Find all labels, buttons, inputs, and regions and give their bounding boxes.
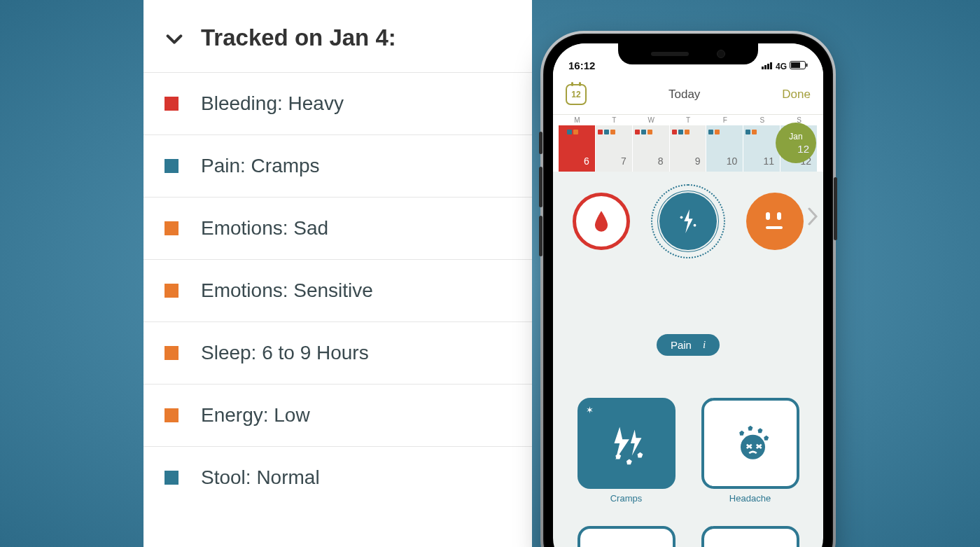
svg-rect-2 (767, 64, 769, 69)
phone-screen: 16:12 4G 12 Today Done MTWTFSS 678910111… (553, 43, 823, 547)
svg-rect-5 (791, 62, 800, 68)
tracked-row-label: Emotions: Sad (201, 217, 328, 240)
day-number: 9 (670, 155, 704, 169)
tracked-row[interactable]: Stool: Normal (144, 446, 532, 508)
tracked-header-title: Tracked on Jan 4: (201, 25, 396, 51)
calendar-day-cell[interactable]: 6 (559, 125, 596, 172)
tracked-row[interactable]: Energy: Low (144, 384, 532, 446)
category-bleeding[interactable] (573, 193, 630, 250)
svg-rect-6 (806, 64, 808, 67)
category-pill[interactable]: Pain i (657, 334, 720, 356)
category-label-row: Pain i (553, 264, 823, 370)
phone-notch (618, 43, 758, 64)
symptom-tile-box: ✶ (578, 398, 676, 489)
symptom-tile-box (578, 526, 676, 547)
day-number: 7 (596, 155, 629, 169)
check-icon: ✶ (586, 405, 594, 415)
tracked-row-label: Bleeding: Heavy (201, 92, 344, 115)
calendar-day-cell[interactable]: 11 (743, 125, 780, 172)
day-number: 10 (706, 155, 740, 169)
week-label: W (633, 116, 670, 124)
tracked-row[interactable]: Emotions: Sad (144, 197, 532, 259)
tracked-row[interactable]: Pain: Cramps (144, 134, 532, 197)
week-label: F (706, 116, 743, 124)
day-number: 6 (559, 155, 592, 169)
symptom-tile[interactable]: Headache (699, 398, 801, 504)
day-number: 11 (743, 155, 777, 169)
color-swatch (164, 346, 178, 360)
symptom-tile-box (701, 526, 799, 547)
month-day: 12 (797, 141, 816, 155)
nav-title: Today (668, 88, 700, 102)
phone-frame: 16:12 4G 12 Today Done MTWTFSS 678910111… (543, 34, 833, 547)
month-badge[interactable]: Jan 12 (776, 123, 816, 163)
week-label: T (670, 116, 707, 124)
color-swatch (164, 159, 178, 173)
color-swatch (164, 284, 178, 298)
color-swatch (164, 97, 178, 111)
category-pain[interactable] (659, 193, 717, 250)
done-button[interactable]: Done (782, 88, 811, 102)
calendar-icon[interactable]: 12 (566, 84, 587, 105)
chevron-down-icon (164, 29, 181, 46)
tracked-row-label: Energy: Low (201, 404, 310, 427)
symptom-tile[interactable] (575, 526, 677, 547)
tracked-row-label: Pain: Cramps (201, 155, 320, 177)
svg-point-8 (694, 224, 696, 227)
week-label: M (559, 116, 596, 124)
week-strip: MTWTFSS 6789101112 Jan 12 (553, 115, 823, 172)
calendar-day-cell[interactable]: 9 (670, 125, 707, 172)
calendar-day: 12 (571, 90, 580, 99)
svg-rect-1 (764, 65, 766, 69)
color-swatch (164, 221, 178, 235)
chevron-right-icon[interactable] (808, 207, 818, 228)
tracked-row[interactable]: Emotions: Sensitive (144, 259, 532, 321)
tracked-row-label: Stool: Normal (201, 466, 320, 489)
symptom-tiles: ✶CrampsHeadache (553, 370, 823, 547)
calendar-day-cell[interactable]: 7 (596, 125, 633, 172)
symptom-tile[interactable] (699, 526, 801, 547)
face-icon (746, 193, 804, 250)
svg-rect-0 (762, 67, 764, 69)
tracked-row[interactable]: Bleeding: Heavy (144, 72, 532, 134)
category-row (553, 172, 823, 264)
calendar-day-cell[interactable]: 10 (706, 125, 743, 172)
week-label: S (743, 116, 780, 124)
month-label: Jan (789, 132, 802, 141)
tracked-list-panel: Tracked on Jan 4: Bleeding: HeavyPain: C… (144, 0, 532, 547)
category-pill-label: Pain (671, 339, 692, 351)
network-label: 4G (776, 62, 787, 71)
status-time: 16:12 (568, 60, 595, 71)
day-number: 8 (633, 155, 666, 169)
info-icon[interactable]: i (703, 339, 706, 351)
tracked-row-label: Emotions: Sensitive (201, 279, 373, 302)
nav-bar: 12 Today Done (553, 74, 823, 115)
symptom-tile[interactable]: ✶Cramps (575, 398, 677, 504)
calendar-day-cell[interactable]: 8 (633, 125, 670, 172)
category-emotions[interactable] (746, 193, 804, 250)
symptom-tile-label: Cramps (610, 493, 643, 504)
svg-rect-3 (770, 62, 772, 69)
color-swatch (164, 408, 178, 422)
battery-icon (790, 61, 808, 71)
symptom-tile-label: Headache (729, 493, 771, 504)
symptom-tile-box (701, 398, 799, 489)
tracked-header-row[interactable]: Tracked on Jan 4: (144, 0, 532, 72)
svg-point-7 (680, 216, 683, 219)
signal-icon (762, 62, 773, 71)
tracked-row-label: Sleep: 6 to 9 Hours (201, 342, 369, 364)
tracked-row[interactable]: Sleep: 6 to 9 Hours (144, 321, 532, 384)
color-swatch (164, 471, 178, 485)
svg-point-9 (741, 435, 765, 459)
week-label: T (596, 116, 633, 124)
